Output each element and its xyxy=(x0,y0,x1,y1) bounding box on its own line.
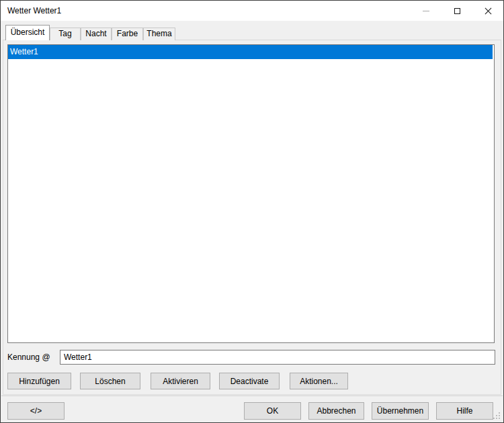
minimize-button xyxy=(411,1,442,21)
titlebar[interactable]: Wetter Wetter1 xyxy=(1,1,503,21)
maximize-button[interactable] xyxy=(442,1,472,21)
tab-tag[interactable]: Tag xyxy=(50,28,81,40)
actions-button[interactable]: Aktionen... xyxy=(290,373,348,389)
kennung-label: Kennung @ xyxy=(7,350,50,365)
list-item[interactable]: Wetter1 xyxy=(8,45,493,59)
deactivate-button[interactable]: Deactivate xyxy=(219,373,280,389)
dialog-window: Wetter Wetter1 Übersicht Tag Nacht Farbe… xyxy=(0,0,504,423)
maximize-icon xyxy=(454,8,460,14)
kennung-input[interactable] xyxy=(60,350,495,365)
cancel-button[interactable]: Abbrechen xyxy=(308,402,364,420)
close-button[interactable] xyxy=(472,1,503,21)
footer-divider xyxy=(1,395,503,396)
ok-button[interactable]: OK xyxy=(244,402,301,420)
window-title: Wetter Wetter1 xyxy=(7,6,61,15)
caption-buttons xyxy=(411,1,503,21)
code-view-button[interactable]: </> xyxy=(7,402,65,420)
delete-button[interactable]: Löschen xyxy=(80,373,140,389)
tab-nacht[interactable]: Nacht xyxy=(81,28,112,40)
weather-list[interactable]: Wetter1 xyxy=(7,44,495,343)
add-button[interactable]: Hinzufügen xyxy=(7,373,71,389)
tab-thema[interactable]: Thema xyxy=(143,28,175,40)
activate-button[interactable]: Aktivieren xyxy=(151,373,210,389)
close-icon xyxy=(485,7,492,15)
resize-grip-icon[interactable] xyxy=(499,418,500,419)
apply-button[interactable]: Übernehmen xyxy=(372,402,429,420)
tab-farbe[interactable]: Farbe xyxy=(112,28,143,40)
minimize-icon xyxy=(423,11,429,11)
tab-uebersicht[interactable]: Übersicht xyxy=(5,25,50,40)
help-button[interactable]: Hilfe xyxy=(436,402,493,420)
